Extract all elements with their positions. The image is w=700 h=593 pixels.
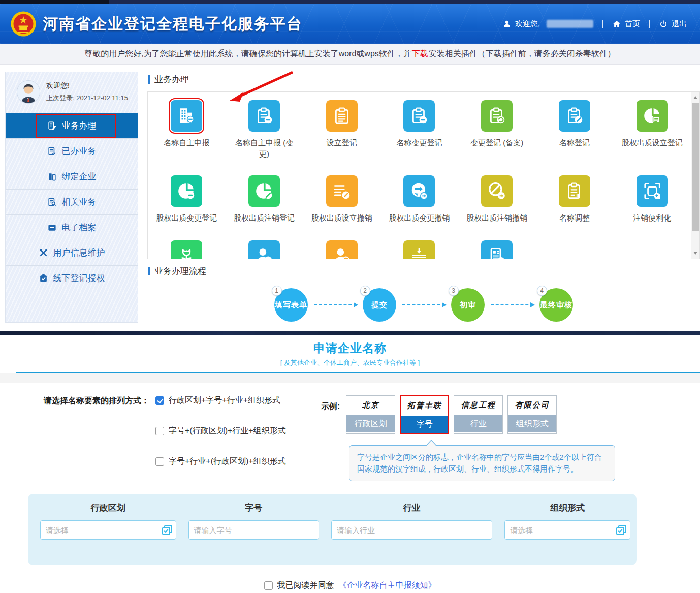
service-equity-pledge-change-revoke[interactable]: 股权出质变更撤销 — [380, 167, 458, 232]
clip-minus-icon[interactable] — [403, 100, 435, 132]
service-equity-pledge-cancel-revoke[interactable]: 股权出质注销撤销 — [458, 167, 536, 232]
flow-step-number: 1 — [272, 286, 282, 296]
field-trade-name: 字号 — [182, 502, 326, 565]
arrangement-option-name-industry-region-form[interactable]: 字号+行业+(行政区划)+组织形式 — [155, 456, 306, 466]
service-name-change-reg[interactable]: 名称变更登记 — [380, 92, 458, 167]
building-icon[interactable] — [171, 100, 202, 132]
service-unlabeled-2[interactable] — [226, 232, 303, 259]
flow-section-header: 业务办理流程 — [148, 265, 700, 277]
picker-icon[interactable] — [616, 524, 627, 536]
flow-step-number: 2 — [360, 286, 370, 296]
profile-text: 欢迎您! 上次登录: 2021-12-02 11:15 — [46, 81, 128, 103]
merge-icon[interactable] — [403, 240, 435, 259]
field-industry: 行业 — [325, 502, 498, 565]
unchecked-checkbox[interactable] — [155, 457, 164, 466]
arrangement-option-name-region-industry-form[interactable]: 字号+(行政区划)+行业+组织形式 — [155, 426, 306, 436]
example-name: 拓普丰联 — [401, 396, 448, 415]
sidebar-menu: 业务办理已办业务绑定企业相关业务电子档案用户信息维护线下登记授权 — [6, 113, 138, 291]
service-label: 股权出质设立登记 — [622, 137, 683, 148]
arrangement-option-region-name-industry-form[interactable]: 行政区划+字号+行业+组织形式 — [155, 395, 306, 405]
person-minus-icon[interactable] — [248, 240, 280, 259]
power-icon — [659, 19, 668, 28]
service-label: 股权出质变更撤销 — [389, 212, 450, 224]
unchecked-checkbox[interactable] — [155, 427, 164, 435]
pie-slash-icon[interactable] — [248, 175, 280, 207]
agree-notice-link[interactable]: 《企业名称自主申报须知》 — [339, 580, 436, 591]
qr-icon[interactable] — [637, 175, 668, 207]
field-label: 字号 — [182, 502, 326, 514]
picker-icon[interactable] — [162, 524, 173, 536]
list-pencil-icon[interactable] — [326, 175, 358, 207]
service-cancellation-facilitation[interactable]: 注销便利化 — [613, 167, 691, 232]
pie-doc-icon[interactable] — [637, 100, 668, 132]
header-right: 欢迎您, 首页 退出 — [502, 19, 687, 29]
sidebar-item-label: 线下登记授权 — [53, 272, 105, 284]
service-unlabeled-5[interactable] — [458, 232, 536, 259]
service-name-self-declare-change[interactable]: 名称自主申报 (变更) — [226, 92, 303, 167]
doc-plus-icon[interactable] — [481, 240, 513, 259]
services-section-title: 业务办理 — [154, 74, 189, 85]
example-name: 有限公司 — [508, 396, 556, 414]
service-equity-pledge-establish-revoke[interactable]: 股权出质设立撤销 — [303, 167, 380, 232]
circle-swap-icon[interactable] — [403, 175, 435, 207]
field-region: 行政区划 — [34, 502, 182, 565]
flow-section-title: 业务办理流程 — [154, 265, 206, 277]
clip-minus-icon[interactable] — [248, 100, 280, 132]
scrollbar[interactable] — [691, 92, 699, 259]
sidebar-item-business-handling[interactable]: 业务办理 — [6, 113, 138, 138]
sidebar-item-completed-business[interactable]: 已办业务 — [6, 138, 138, 164]
flow-step-label: 填写表单 — [275, 300, 307, 310]
tulip-icon[interactable] — [171, 240, 202, 259]
home-link[interactable]: 首页 — [612, 19, 640, 29]
agree-checkbox[interactable] — [264, 581, 273, 590]
service-establish-reg[interactable]: 设立登记 — [303, 92, 380, 167]
example-name: 信息工程 — [454, 396, 502, 414]
org-form-input[interactable] — [504, 520, 630, 540]
profile-welcome: 欢迎您! — [46, 81, 128, 90]
service-name-reg[interactable]: 名称登记 — [536, 92, 614, 167]
arrangement-zone: 请选择名称要素的排列方式： 行政区划+字号+行业+组织形式字号+(行政区划)+行… — [0, 383, 700, 487]
service-name-adjust[interactable]: 名称调整 — [536, 167, 614, 232]
welcome-user: 欢迎您, — [502, 19, 593, 29]
service-name-self-declare[interactable]: 名称自主申报 — [148, 92, 226, 167]
scroll-up-button[interactable] — [693, 96, 697, 99]
main-area: 欢迎您! 上次登录: 2021-12-02 11:15 业务办理已办业务绑定企业… — [0, 65, 700, 323]
sidebar-item-user-info-maintain[interactable]: 用户信息维护 — [6, 240, 138, 265]
region-input[interactable] — [40, 520, 176, 540]
person-refresh-icon[interactable] — [326, 240, 358, 259]
circle-slash-icon[interactable] — [481, 175, 513, 207]
sidebar-item-related-business[interactable]: 相关业务 — [6, 189, 138, 214]
service-label: 设立登记 — [327, 137, 357, 148]
sidebar-item-offline-reg-auth[interactable]: 线下登记授权 — [6, 265, 138, 291]
service-label: 变更登记 (备案) — [470, 137, 523, 148]
sidebar-item-label: 相关业务 — [62, 196, 97, 208]
clip-pencil-icon[interactable] — [559, 100, 590, 132]
logout-link[interactable]: 退出 — [659, 19, 687, 29]
service-label: 股权出质注销登记 — [234, 212, 295, 224]
scrollbar-thumb[interactable] — [692, 103, 699, 231]
flow-step-label: 初审 — [460, 300, 476, 310]
service-equity-pledge-change-reg[interactable]: 股权出质变更登记 — [148, 167, 226, 232]
service-unlabeled-3[interactable] — [303, 232, 380, 259]
download-link[interactable]: 下载 — [412, 49, 428, 59]
field-input-wrap — [188, 520, 320, 540]
clip-refresh-icon[interactable] — [481, 100, 513, 132]
service-equity-pledge-cancel-reg[interactable]: 股权出质注销登记 — [226, 167, 303, 232]
clip-lines-icon[interactable] — [326, 100, 358, 132]
checked-checkbox[interactable] — [155, 396, 164, 405]
separator — [602, 20, 603, 28]
pie-minus-icon[interactable] — [171, 175, 202, 207]
service-unlabeled-1[interactable] — [148, 232, 226, 259]
service-equity-pledge-establish-reg[interactable]: 股权出质设立登记 — [613, 92, 691, 167]
services-panel: 名称自主申报名称自主申报 (变更)设立登记名称变更登记变更登记 (备案)名称登记… — [147, 91, 700, 259]
service-label: 股权出质变更登记 — [156, 212, 217, 224]
clip-id-icon[interactable] — [559, 175, 590, 207]
sidebar-item-e-archive[interactable]: 电子档案 — [6, 214, 138, 240]
industry-input[interactable] — [331, 520, 492, 540]
service-label: 股权出质设立撤销 — [311, 212, 372, 224]
service-change-reg-filing[interactable]: 变更登记 (备案) — [458, 92, 536, 167]
trade-name-input[interactable] — [188, 520, 320, 540]
sidebar-item-bind-enterprise[interactable]: 绑定企业 — [6, 164, 138, 189]
scroll-down-button[interactable] — [693, 252, 697, 255]
service-unlabeled-4[interactable] — [380, 232, 458, 259]
